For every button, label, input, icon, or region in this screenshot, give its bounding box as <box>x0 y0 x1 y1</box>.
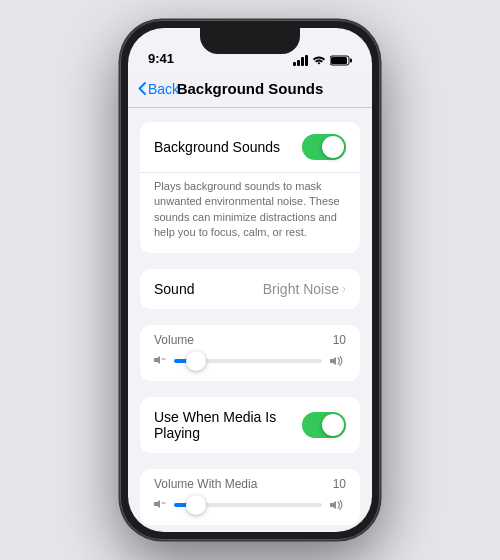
status-icons <box>293 55 352 66</box>
volume-with-media-low-icon <box>154 499 166 511</box>
svg-marker-3 <box>154 356 160 364</box>
use-when-media-row: Use When Media Is Playing <box>140 397 360 453</box>
svg-marker-6 <box>154 500 160 508</box>
volume-slider-row: Volume 10 <box>140 325 360 381</box>
volume-with-media-section: Volume With Media 10 <box>140 469 360 525</box>
signal-bars-icon <box>293 55 308 66</box>
use-when-media-toggle-knob <box>322 414 344 436</box>
content-area: Background Sounds Plays background sound… <box>128 108 372 532</box>
volume-slider-container <box>154 353 346 369</box>
volume-with-media-label: Volume With Media <box>154 477 257 491</box>
toggle-knob <box>322 136 344 158</box>
sound-value: Bright Noise › <box>263 281 346 297</box>
back-button[interactable]: Back <box>138 81 179 97</box>
volume-with-media-slider-container <box>154 497 346 513</box>
background-sounds-toggle[interactable] <box>302 134 346 160</box>
nav-bar: Back Background Sounds <box>128 72 372 108</box>
background-sounds-label: Background Sounds <box>154 139 280 155</box>
volume-high-icon <box>330 353 346 369</box>
volume-with-media-high-icon <box>330 497 346 513</box>
volume-slider-thumb[interactable] <box>186 351 206 371</box>
volume-with-media-slider-track[interactable] <box>174 503 322 507</box>
back-label: Back <box>148 81 179 97</box>
volume-with-media-slider-thumb[interactable] <box>186 495 206 515</box>
sound-chevron-icon: › <box>342 282 346 296</box>
volume-with-media-label-row: Volume With Media 10 <box>154 477 346 491</box>
volume-low-icon <box>154 355 166 367</box>
volume-label: Volume <box>154 333 194 347</box>
nav-title: Background Sounds <box>177 80 324 97</box>
svg-marker-5 <box>330 357 336 365</box>
background-sounds-section: Background Sounds Plays background sound… <box>140 122 360 253</box>
wifi-icon <box>312 56 326 66</box>
volume-section: Volume 10 <box>140 325 360 381</box>
svg-marker-8 <box>330 501 336 509</box>
battery-icon <box>330 55 352 66</box>
background-sounds-row: Background Sounds <box>140 122 360 173</box>
volume-label-row: Volume 10 <box>154 333 346 347</box>
volume-slider-track[interactable] <box>174 359 322 363</box>
phone-frame: 9:41 <box>120 20 380 540</box>
use-when-media-toggle[interactable] <box>302 412 346 438</box>
sound-row[interactable]: Sound Bright Noise › <box>140 269 360 309</box>
background-sounds-description: Plays background sounds to mask unwanted… <box>140 173 360 253</box>
svg-rect-1 <box>331 57 347 64</box>
volume-with-media-slider-row: Volume With Media 10 <box>140 469 360 525</box>
svg-rect-2 <box>350 59 352 63</box>
volume-with-media-value: 10 <box>333 477 346 491</box>
use-when-media-section: Use When Media Is Playing <box>140 397 360 453</box>
sound-label: Sound <box>154 281 194 297</box>
notch <box>200 28 300 54</box>
volume-value: 10 <box>333 333 346 347</box>
use-when-media-label: Use When Media Is Playing <box>154 409 302 441</box>
status-time: 9:41 <box>148 51 174 66</box>
screen: 9:41 <box>128 28 372 532</box>
sound-section: Sound Bright Noise › <box>140 269 360 309</box>
